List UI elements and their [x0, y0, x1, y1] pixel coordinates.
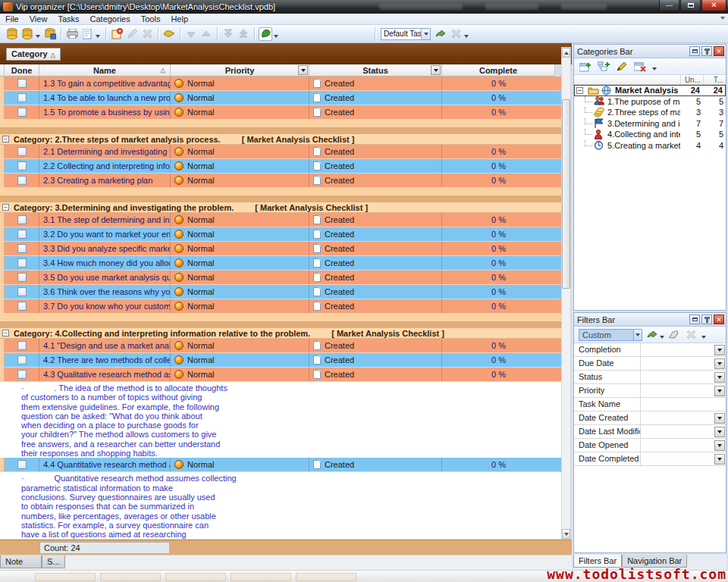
filter-value[interactable]: [641, 425, 726, 438]
filter-dropdown-icon[interactable]: [714, 372, 725, 383]
column-header-priority[interactable]: Priority: [171, 64, 309, 77]
category-group-header[interactable]: − Category: 3.Determining and investigat…: [0, 202, 561, 213]
task-name[interactable]: 2.2 Collecting and interpreting informat…: [39, 159, 171, 173]
filter-value[interactable]: [641, 343, 726, 356]
column-header-done[interactable]: Done: [5, 64, 39, 77]
priority-filter-dropdown-icon[interactable]: [298, 65, 308, 75]
edit-category-icon[interactable]: [615, 61, 629, 73]
task-checkbox[interactable]: [17, 215, 27, 224]
collapse-group-icon[interactable]: −: [2, 136, 9, 142]
tree-item-category[interactable]: 5.Creating a marketing pla 4 4: [574, 140, 726, 152]
toolbar-overflow-icon[interactable]: [464, 35, 469, 38]
task-name[interactable]: 1.4 To be able to launch a new product/s…: [39, 91, 171, 105]
categories-toolbar-overflow-icon[interactable]: [652, 67, 657, 70]
task-name[interactable]: 4.3 Qualitative research method assumes …: [39, 368, 171, 381]
tree-item-category[interactable]: 3.Determining and investig 7 7: [574, 118, 726, 130]
task-name[interactable]: 3.3 Did you analyze specific marketing s…: [39, 242, 171, 255]
filter-value[interactable]: [641, 384, 726, 397]
new-task-icon[interactable]: [110, 27, 124, 41]
move-up-icon[interactable]: [199, 27, 213, 41]
apply-filter-icon[interactable]: [645, 329, 659, 341]
edit-task-icon[interactable]: [125, 27, 139, 41]
task-row[interactable]: 3.5 Do you use market analysis questionn…: [0, 271, 561, 285]
filter-dropdown-icon[interactable]: [714, 358, 725, 369]
print-preview-icon[interactable]: [80, 27, 94, 41]
task-checkbox[interactable]: [17, 355, 27, 365]
combo-dropdown-icon[interactable]: [633, 330, 642, 340]
task-name[interactable]: 3.6 Think over the reasons why your cust…: [39, 285, 171, 299]
move-to-top-icon[interactable]: [237, 27, 250, 41]
filter-dropdown-icon[interactable]: [714, 413, 725, 424]
task-name[interactable]: 3.7 Do you know who your customers are? …: [39, 299, 171, 313]
task-row[interactable]: 1.4 To be able to launch a new product/s…: [0, 91, 561, 105]
column-undone[interactable]: Un...: [680, 75, 703, 84]
panel-close-button[interactable]: ✕: [714, 46, 724, 56]
task-note[interactable]: · . The idea of the method is to allocat…: [0, 382, 561, 458]
apply-view-icon[interactable]: [434, 27, 447, 41]
filter-value[interactable]: [641, 357, 726, 370]
task-checkbox[interactable]: [17, 287, 27, 296]
task-name[interactable]: 1.5 To promote a business by using the m…: [39, 105, 171, 119]
tree-item-category[interactable]: 1.The purpose of market a 5 5: [574, 96, 726, 108]
task-name[interactable]: 3.1 The step of determining and investig…: [39, 213, 171, 227]
task-checkbox[interactable]: [17, 244, 27, 253]
task-view-combo[interactable]: Default Task V: [381, 28, 431, 40]
column-header-name[interactable]: Name: [39, 64, 171, 77]
task-checkbox[interactable]: [17, 341, 27, 350]
task-checkbox[interactable]: [17, 108, 27, 117]
task-row[interactable]: 4.1 "Design and use a market analysis wo…: [0, 339, 561, 353]
clear-view-icon[interactable]: [449, 27, 463, 41]
task-row[interactable]: 2.2 Collecting and interpreting informat…: [0, 159, 561, 174]
task-checkbox[interactable]: [17, 460, 27, 469]
task-row[interactable]: 3.6 Think over the reasons why your cust…: [0, 285, 561, 299]
filter-value[interactable]: [641, 411, 726, 424]
filter-value[interactable]: [641, 439, 726, 452]
save-database-icon[interactable]: [43, 27, 57, 41]
task-name[interactable]: 3.4 How much money did you allocate to t…: [39, 256, 171, 270]
filter-preset-combo[interactable]: Custom: [579, 329, 642, 341]
delete-filter-icon[interactable]: [686, 329, 696, 341]
category-group-header[interactable]: − Category: 2.Three steps of market anal…: [0, 134, 561, 145]
filter-dropdown-icon[interactable]: [714, 386, 725, 396]
task-checkbox[interactable]: [17, 176, 27, 185]
column-total[interactable]: T...: [703, 75, 726, 84]
close-button[interactable]: ✕: [701, 0, 726, 11]
category-group-header[interactable]: − Category: 4.Collecting and interpretin…: [0, 328, 561, 339]
column-header-complete[interactable]: Complete: [442, 64, 555, 77]
delete-category-icon[interactable]: [633, 61, 647, 73]
filter-dropdown-icon[interactable]: [714, 440, 725, 451]
task-row[interactable]: 4.2 There are two methods of collecting …: [0, 353, 561, 368]
move-to-bottom-icon[interactable]: [221, 27, 235, 41]
filters-toolbar-overflow-icon[interactable]: [701, 336, 706, 339]
new-database-icon[interactable]: [5, 27, 19, 41]
panel-close-button[interactable]: ✕: [714, 314, 724, 324]
task-checkbox[interactable]: [17, 147, 27, 156]
column-header-status[interactable]: Status: [309, 64, 442, 77]
menu-file[interactable]: File: [0, 14, 24, 25]
tab-note[interactable]: Note: [0, 555, 42, 568]
task-view-dropdown-icon[interactable]: [274, 35, 278, 38]
menu-categories[interactable]: Categories: [85, 14, 136, 25]
combo-dropdown-icon[interactable]: [421, 29, 430, 39]
collapse-tree-icon[interactable]: −: [576, 87, 583, 94]
new-subcategory-icon[interactable]: [597, 61, 610, 73]
panel-restore-button[interactable]: [689, 46, 700, 56]
task-name[interactable]: 3.2 Do you want to market your entire: [39, 227, 171, 241]
group-by-category-button[interactable]: Category: [6, 48, 61, 61]
task-checkbox[interactable]: [17, 258, 27, 268]
filter-value[interactable]: [641, 452, 726, 465]
filter-dropdown-icon[interactable]: [714, 345, 725, 355]
open-database-icon[interactable]: [20, 27, 34, 41]
task-note[interactable]: · Quantitative research method assumes c…: [0, 472, 561, 539]
menu-overflow-icon[interactable]: [720, 17, 725, 20]
task-name[interactable]: 4.2 There are two methods of collecting …: [39, 353, 171, 367]
panel-pin-button[interactable]: [701, 46, 712, 56]
task-checkbox[interactable]: [17, 370, 27, 379]
task-checkbox[interactable]: [17, 273, 27, 282]
panel-restore-button[interactable]: [689, 314, 700, 324]
task-row[interactable]: 3.3 Did you analyze specific marketing s…: [0, 242, 561, 256]
status-filter-dropdown-icon[interactable]: [431, 65, 441, 75]
task-name[interactable]: 4.4 Quantitative research method assumes…: [39, 458, 171, 471]
task-view-icon[interactable]: [259, 27, 272, 41]
task-name[interactable]: 2.3 Creating a marketing plan: [39, 174, 171, 187]
